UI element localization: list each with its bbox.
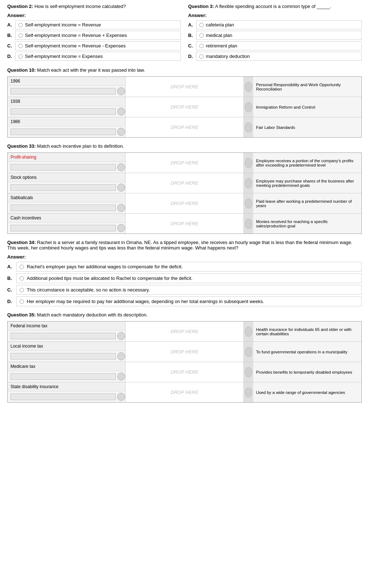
q10-year-3: 1986 [8,117,125,126]
q35-text: Match each mandatory deduction with its … [36,312,148,318]
q35-source-4: State disability insurance [8,382,126,402]
radio-q3-c[interactable] [199,44,204,48]
puzzle-tab-2 [117,108,125,116]
q33-term-4: Cash incentives [8,214,125,223]
q10-label: Question 10: Match each act with the yea… [7,67,362,73]
q10-text: Match each act with the year it was pass… [36,67,145,73]
q35-puzzle-2 [8,351,125,362]
q2-text: How is self-employment income calculated… [33,4,126,9]
q2-options: A. Self-employment income = Revenue B. S… [7,20,181,61]
q35-row-1: Federal income tax DROP HERE Health insu… [8,322,361,342]
q34-option-b: B. Additional pooled tips must be alloca… [7,273,362,283]
q35-def-4: Used by a wide range of governmental age… [244,382,361,402]
q10-row-3: 1986 DROP HERE Fair Labor Standards [8,117,361,137]
q35-drop-3[interactable]: DROP HERE [126,362,243,382]
q33-row-1: Profit-sharing DROP HERE Employee receiv… [8,153,361,173]
radio-q34-d[interactable] [20,299,24,304]
puzzle-tab-q33-1 [117,163,125,171]
radio-q3-a[interactable] [199,23,204,27]
q10-drop-3[interactable]: DROP HERE [126,117,243,137]
q2-answer-label: Answer: [7,13,181,18]
q3-answer-label: Answer: [188,13,362,18]
connector-q33-2 [244,173,253,193]
q35-puzzle-1 [8,331,125,341]
radio-q34-b[interactable] [20,276,24,281]
q33-puzzle-4 [8,223,125,234]
q10-row-1: 1996 DROP HERE Personal Responsibility a… [8,77,361,97]
q34-options: A. Rachel's employer pays her additional… [7,262,362,306]
puzzle-tab-q33-4 [117,224,125,232]
q33-term-2: Stock options [8,173,125,182]
q33-drop-4[interactable]: DROP HERE [126,214,243,234]
radio-q3-b[interactable] [199,33,204,38]
radio-a[interactable] [18,23,23,27]
radio-d[interactable] [18,54,23,59]
connector-q35-4 [244,382,253,402]
q34-answer-label: Answer: [7,254,362,260]
q35-match-container: Federal income tax DROP HERE Health insu… [7,321,362,403]
q10-puzzle-3 [8,126,125,137]
radio-q3-d[interactable] [199,54,204,59]
q10-year-2: 1938 [8,97,125,106]
q35-row-2: Local income tax DROP HERE To fund gover… [8,342,361,362]
q35-drop-1[interactable]: DROP HERE [126,322,243,341]
q3-options: A. cafeteria plan B. medical plan C. ret… [188,20,362,61]
radio-q34-a[interactable] [20,265,24,269]
connector-1 [244,77,253,97]
radio-b[interactable] [18,33,23,38]
q35-def-1: Health insurance for individuals 65 and … [244,322,361,341]
connector-q35-2 [244,342,253,362]
q35-def-text-3: Provides benefits to temporarily disable… [253,362,361,382]
q33-row-2: Stock options DROP HERE Employee may pur… [8,173,361,193]
q35-puzzle-4 [8,391,125,402]
q35-puzzle-3 [8,371,125,382]
q35-drop-4[interactable]: DROP HERE [126,382,243,402]
q10-section: Question 10: Match each act with the yea… [7,67,362,138]
q33-source-2: Stock options [8,173,126,193]
q33-def-1: Employee receives a portion of the compa… [244,153,361,173]
q34-option-a: A. Rachel's employer pays her additional… [7,262,362,272]
q35-def-2: To fund governmental operations in a mun… [244,342,361,362]
q33-text: Match each incentive plan to its definit… [36,143,124,149]
connector-q35-3 [244,362,253,382]
q33-drop-1[interactable]: DROP HERE [126,153,243,173]
q33-source-4: Cash incentives [8,214,126,234]
q33-puzzle-2 [8,182,125,193]
q2-option-c: C. Self-employment income = Revenue - Ex… [7,41,181,50]
q2-option-a: A. Self-employment income = Revenue [7,20,181,29]
q10-row-2: 1938 DROP HERE Immigration Reform and Co… [8,97,361,117]
puzzle-tab-1 [117,87,125,95]
q34-text: Rachel is a server at a family restauran… [7,240,352,251]
q10-drop-1[interactable]: DROP HERE [126,77,243,97]
q35-def-text-1: Health insurance for individuals 65 and … [253,322,361,341]
q2-section: Question 2: How is self-employment incom… [7,4,181,62]
puzzle-tab-q33-2 [117,184,125,192]
q3-label-bold: Question 3: [188,4,214,9]
q35-def-3: Provides benefits to temporarily disable… [244,362,361,382]
q33-def-3: Paid leave after working a predetermined… [244,193,361,213]
q10-puzzle-2 [8,106,125,117]
puzzle-tab-q35-4 [117,393,125,401]
q33-def-text-4: Monies received for reaching a specific … [253,214,361,234]
q35-term-3: Medicare tax [8,362,125,371]
q2-label-bold: Question 2: [7,4,33,9]
q33-source-3: Sabbaticals [8,193,126,213]
q34-label: Question 34: Rachel is a server at a fam… [7,240,362,251]
q34-label-bold: Question 34: [7,240,36,245]
radio-q34-c[interactable] [20,288,24,292]
q33-drop-2[interactable]: DROP HERE [126,173,243,193]
q34-option-d: D. Her employer may be required to pay h… [7,297,362,306]
q10-year-1: 1996 [8,77,125,86]
connector-q33-1 [244,153,253,173]
q10-def-1: Personal Responsibility and Work Opportu… [244,77,361,97]
radio-c[interactable] [18,44,23,48]
q10-drop-2[interactable]: DROP HERE [126,97,243,117]
q33-def-2: Employee may purchase shares of the busi… [244,173,361,193]
q34-option-c: C. This circumstance is acceptable, so n… [7,285,362,295]
q3-option-a: A. cafeteria plan [188,20,362,29]
q35-label: Question 35: Match each mandatory deduct… [7,312,362,318]
q35-drop-2[interactable]: DROP HERE [126,342,243,362]
q33-def-4: Monies received for reaching a specific … [244,214,361,234]
q33-drop-3[interactable]: DROP HERE [126,193,243,213]
q10-def-text-3: Fair Labor Standards [253,117,361,137]
